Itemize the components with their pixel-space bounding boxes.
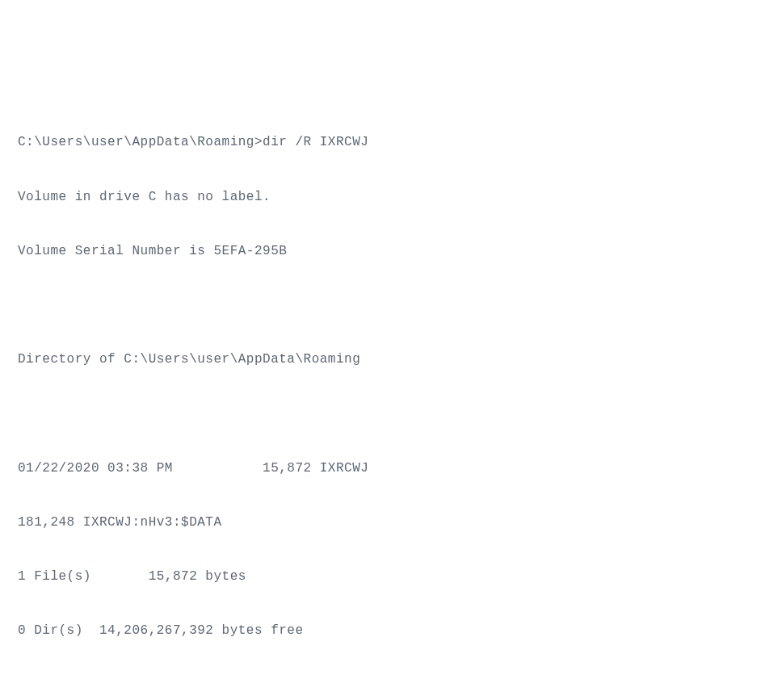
terminal-output: C:\Users\user\AppData\Roaming>dir /R IXR…	[18, 103, 743, 700]
output-line: 0 Dir(s) 14,206,267,392 bytes free	[18, 618, 743, 645]
output-line: Directory of C:\Users\user\AppData\Roami…	[18, 346, 743, 374]
output-line: 01/22/2020 03:38 PM 15,872 IXRCWJ	[18, 455, 743, 483]
output-line: Volume in drive C has no label.	[18, 184, 743, 212]
output-line: 1 File(s) 15,872 bytes	[18, 564, 743, 591]
output-line: Volume Serial Number is 5EFA-295B	[18, 238, 743, 266]
command-line: C:\Users\user\AppData\Roaming>dir /R IXR…	[18, 129, 743, 157]
output-line: 181,248 IXRCWJ:nHv3:$DATA	[18, 509, 743, 537]
